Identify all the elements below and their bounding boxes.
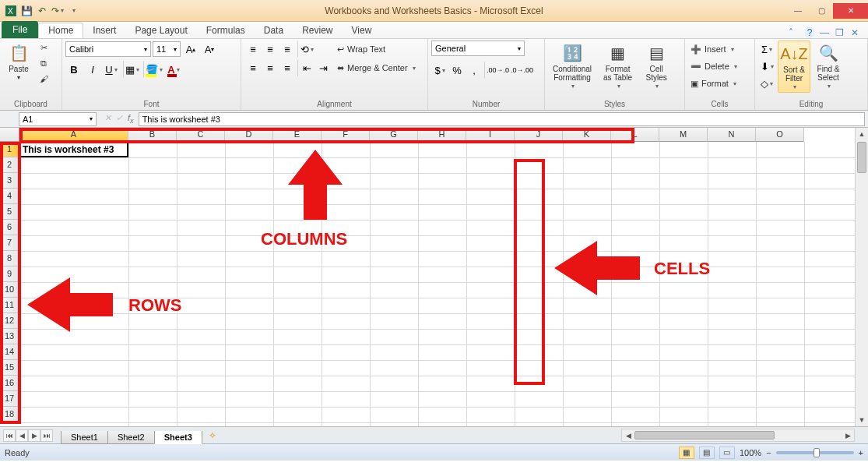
- close-button[interactable]: ✕: [833, 3, 868, 19]
- new-sheet-button[interactable]: ✧: [205, 429, 220, 442]
- column-header-O[interactable]: O: [756, 128, 804, 142]
- last-sheet-button[interactable]: ⏭: [40, 429, 53, 442]
- font-color-button[interactable]: A: [165, 61, 182, 78]
- scroll-down-button[interactable]: ▼: [856, 414, 868, 426]
- name-box[interactable]: A1▾: [19, 112, 97, 126]
- qat-customize-icon[interactable]: [67, 5, 79, 17]
- decrease-indent-button[interactable]: ⇤: [297, 59, 315, 76]
- align-top-button[interactable]: ≡: [244, 41, 262, 58]
- borders-button[interactable]: ▦: [123, 61, 140, 78]
- delete-cells-button[interactable]: ➖Delete: [688, 58, 740, 75]
- zoom-out-button[interactable]: −: [766, 448, 771, 457]
- conditional-formatting-button[interactable]: 🔢Conditional Formatting: [548, 41, 596, 91]
- wrap-text-button[interactable]: ↩Wrap Text: [334, 41, 419, 58]
- vertical-scrollbar[interactable]: ▲ ▼: [855, 128, 868, 426]
- underline-button[interactable]: U: [103, 61, 120, 78]
- tab-formulas[interactable]: Formulas: [197, 23, 255, 38]
- number-format-select[interactable]: General▾: [431, 41, 525, 56]
- formula-bar: A1▾ ✕ ✓ fx This is worksheet #3: [0, 111, 868, 128]
- cell-styles-button[interactable]: ▤Cell Styles: [639, 41, 673, 91]
- insert-cells-button[interactable]: ➕Insert: [688, 41, 740, 58]
- cells-area[interactable]: This is worksheet #3: [19, 142, 868, 426]
- paste-button[interactable]: 📋 Paste ▾: [3, 41, 34, 83]
- italic-button[interactable]: I: [84, 61, 101, 78]
- page-layout-view-button[interactable]: ▤: [699, 447, 715, 459]
- active-cell[interactable]: This is worksheet #3: [19, 142, 128, 157]
- align-center-button[interactable]: ≡: [262, 59, 279, 76]
- help-icon[interactable]: ?: [804, 27, 815, 38]
- tab-view[interactable]: View: [343, 23, 381, 38]
- zoom-knob[interactable]: [814, 448, 820, 457]
- tab-home[interactable]: Home: [38, 23, 83, 38]
- horizontal-scrollbar[interactable]: ◀ ▶: [621, 429, 855, 442]
- zoom-in-button[interactable]: +: [859, 448, 863, 457]
- annotation-rows-label: ROWS: [128, 295, 181, 316]
- next-sheet-button[interactable]: ▶: [28, 429, 40, 442]
- cut-button[interactable]: ✂: [37, 41, 51, 55]
- font-name-select[interactable]: Calibri▾: [65, 41, 151, 57]
- cancel-formula-button[interactable]: ✕: [104, 113, 111, 125]
- sheet-tab-sheet2[interactable]: Sheet2: [107, 431, 155, 444]
- bold-button[interactable]: B: [65, 61, 83, 78]
- formula-input[interactable]: This is worksheet #3: [139, 112, 865, 126]
- fill-color-button[interactable]: 🪣: [143, 61, 163, 78]
- tab-data[interactable]: Data: [255, 23, 293, 38]
- merge-center-button[interactable]: ⬌Merge & Center: [334, 59, 419, 76]
- clear-button[interactable]: ◇: [758, 75, 775, 92]
- grow-font-button[interactable]: A▴: [182, 41, 199, 58]
- minimize-button[interactable]: —: [786, 3, 810, 19]
- spreadsheet-grid[interactable]: ABCDEFGHIJKLMNO 123456789101112131415161…: [0, 128, 868, 426]
- fill-button[interactable]: ⬇: [758, 58, 775, 75]
- align-middle-button[interactable]: ≡: [262, 41, 279, 58]
- fx-button[interactable]: fx: [128, 113, 134, 125]
- autosum-button[interactable]: Σ: [758, 41, 775, 58]
- find-select-button[interactable]: 🔍Find & Select: [813, 41, 844, 91]
- shrink-font-button[interactable]: A▾: [201, 41, 218, 58]
- increase-decimal-button[interactable]: .00→.0: [484, 62, 510, 79]
- font-size-select[interactable]: 11▾: [153, 41, 181, 57]
- tab-insert[interactable]: Insert: [83, 23, 125, 38]
- format-as-table-button[interactable]: ▦Format as Table: [599, 41, 637, 91]
- redo-icon[interactable]: ↷: [51, 5, 64, 17]
- undo-icon[interactable]: ↶: [36, 5, 48, 17]
- select-all-corner[interactable]: [0, 128, 19, 142]
- name-box-value: A1: [23, 115, 33, 124]
- hscroll-thumb[interactable]: [634, 431, 775, 440]
- scroll-left-button[interactable]: ◀: [622, 432, 634, 440]
- accounting-format-button[interactable]: $: [431, 62, 448, 79]
- align-left-button[interactable]: ≡: [244, 59, 262, 76]
- save-icon[interactable]: 💾: [20, 5, 33, 17]
- sheet-tab-sheet3[interactable]: Sheet3: [154, 431, 202, 444]
- maximize-button[interactable]: ▢: [810, 3, 833, 19]
- workbook-close-icon[interactable]: ✕: [851, 27, 862, 38]
- zoom-slider[interactable]: [776, 451, 854, 454]
- column-header-N[interactable]: N: [708, 128, 756, 142]
- tab-page-layout[interactable]: Page Layout: [125, 23, 196, 38]
- sort-filter-button[interactable]: A↓ZSort & Filter: [778, 41, 810, 93]
- prev-sheet-button[interactable]: ◀: [16, 429, 28, 442]
- align-right-button[interactable]: ≡: [279, 59, 296, 76]
- workbook-restore-icon[interactable]: ❐: [835, 27, 846, 38]
- format-cells-button[interactable]: ▣Format: [688, 75, 740, 92]
- align-bottom-button[interactable]: ≡: [279, 41, 296, 58]
- tab-review[interactable]: Review: [293, 23, 342, 38]
- scroll-up-button[interactable]: ▲: [856, 128, 868, 140]
- enter-formula-button[interactable]: ✓: [116, 113, 123, 125]
- orientation-button[interactable]: ⟲: [297, 41, 315, 58]
- copy-button[interactable]: ⧉: [37, 56, 51, 70]
- scroll-right-button[interactable]: ▶: [842, 432, 854, 440]
- sheet-tab-sheet1[interactable]: Sheet1: [61, 431, 108, 444]
- column-header-M[interactable]: M: [659, 128, 708, 142]
- percent-button[interactable]: %: [448, 62, 466, 79]
- minimize-ribbon-icon[interactable]: ˄: [789, 27, 799, 38]
- increase-indent-button[interactable]: ⇥: [315, 59, 332, 76]
- normal-view-button[interactable]: ▦: [679, 447, 694, 459]
- file-tab[interactable]: File: [2, 21, 38, 38]
- page-break-view-button[interactable]: ▭: [719, 447, 735, 459]
- format-painter-button[interactable]: 🖌: [37, 72, 51, 86]
- first-sheet-button[interactable]: ⏮: [3, 429, 16, 442]
- comma-button[interactable]: ,: [466, 62, 483, 79]
- workbook-minimize-icon[interactable]: —: [820, 27, 831, 38]
- decrease-decimal-button[interactable]: .0→.00: [510, 62, 534, 79]
- scroll-thumb[interactable]: [857, 142, 866, 173]
